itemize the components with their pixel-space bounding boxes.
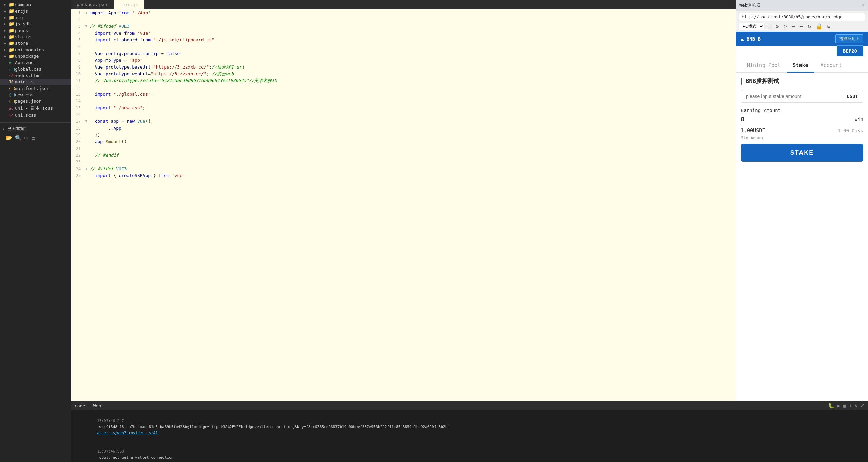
browser-top-banner: ▲ BNB B 拖拽至此上 — [736, 32, 868, 46]
sidebar-item-global-css[interactable]: { } global.css — [0, 66, 71, 72]
tab-label: package.json — [77, 2, 109, 7]
folder-icon: 📁 — [9, 8, 15, 14]
sidebar-item-uni_modules[interactable]: ▶ 📁 uni_modules — [0, 46, 71, 53]
sidebar-item-js_sdk[interactable]: ▶ 📁 js_sdk — [0, 21, 71, 27]
sidebar-item-app-vue[interactable]: ◈ App.vue — [0, 59, 71, 66]
sidebar-bottom-icon-1[interactable]: 📂 — [5, 135, 12, 141]
sidebar-item-label: img — [15, 15, 23, 20]
code-editor-panel: package.json main.js 1 ⊟ import App from… — [71, 0, 736, 401]
sidebar-item-common[interactable]: ▶ 📁 common — [0, 1, 71, 8]
sidebar-item-img[interactable]: ▶ 📁 img — [0, 14, 71, 21]
nav-account[interactable]: Account — [814, 59, 848, 72]
nav-mining-pool[interactable]: Mining Pool — [741, 59, 787, 72]
nav-stake[interactable]: Stake — [787, 59, 814, 72]
closed-projects-header[interactable]: ▶ 已关闭项目 — [0, 125, 71, 133]
more-icon[interactable]: ⊞ — [826, 22, 832, 30]
code-line-11: 11 // Vue.prototype.kefuId="6c21c5ac19d9… — [71, 77, 736, 84]
chevron-right-icon: ▶ — [4, 48, 9, 52]
expand-icon[interactable]: ⤢ — [860, 403, 865, 409]
log-link-1[interactable]: at ercjs/web3provider.js:41 — [97, 431, 158, 435]
sidebar-item-label: main.js — [15, 79, 34, 84]
console-title: code - Web — [75, 403, 101, 408]
earning-label: Earning Amount — [741, 108, 863, 113]
scss-file-icon-2: Sc — [9, 113, 15, 117]
file-explorer: ▶ 📁 common ▶ 📁 ercjs ▶ 📁 img ▶ 📁 js_sdk … — [0, 0, 71, 462]
refresh-icon[interactable]: ↻ — [806, 22, 812, 30]
code-line-4: 4 import Vue from 'vue' — [71, 30, 736, 37]
play-icon[interactable]: ▶ — [837, 403, 840, 409]
log-line-2: 15:07:46.988 Could not get a wallet conn… — [75, 442, 865, 462]
sidebar-item-new-css[interactable]: { } new.css — [0, 92, 71, 98]
sidebar-item-label: manifest.json — [15, 86, 50, 91]
min-amount-row: 1.00USDT 1.00 Days — [741, 128, 863, 134]
browser-panel: Web浏览器 ✕ http://localhost:8080/h5/pages/… — [736, 0, 868, 401]
sidebar-item-label: ercjs — [15, 8, 28, 14]
sidebar-item-label: common — [15, 2, 31, 7]
url-text: http://localhost:8080/h5/pages/bsc/pledg… — [742, 15, 862, 19]
chevron-right-icon: ▶ — [4, 9, 9, 13]
log-area: 15:07:46.247 wc:9f3d8c18-aa7b-4bac-81d3-… — [71, 410, 868, 462]
tab-package-json[interactable]: package.json — [71, 0, 114, 9]
folder-icon: 📁 — [9, 54, 15, 59]
back-icon[interactable]: ← — [790, 22, 796, 30]
sidebar-item-main-js[interactable]: JS main.js — [0, 79, 71, 85]
code-line-1: 1 ⊟ import App from './App' — [71, 9, 736, 16]
drag-button[interactable]: 拖拽至此上 — [835, 34, 863, 43]
folder-icon: 📁 — [9, 41, 15, 46]
sidebar-item-label: new.css — [15, 92, 34, 97]
sidebar-item-index-html[interactable]: </> index.html — [0, 72, 71, 79]
code-line-13: 13 import "./global.css"; — [71, 91, 736, 98]
sidebar-item-manifest-json[interactable]: { } manifest.json — [0, 85, 71, 92]
code-line-3: 3 ⊟ // #ifndef VUE3 — [71, 23, 736, 30]
code-content[interactable]: 1 ⊟ import App from './App' 2 3 ⊟ / — [71, 9, 736, 401]
editor-tabs: package.json main.js — [71, 0, 736, 9]
sidebar-item-label: uni_modules — [15, 47, 44, 52]
stake-body: BNB质押测试 USDT Earning Amount 0 Win 1 — [736, 73, 868, 167]
address-bar[interactable]: http://localhost:8080/h5/pages/bsc/pledg… — [739, 13, 865, 21]
sidebar-item-uni-scss2[interactable]: Sc uni.scss — [0, 112, 71, 118]
sidebar-bottom-icon-2[interactable]: 🔍 — [15, 135, 22, 141]
browser-titlebar: Web浏览器 ✕ — [736, 0, 868, 11]
lock-icon[interactable]: 🔒 — [814, 22, 824, 30]
bep20-badge[interactable]: BEP20 — [837, 45, 863, 56]
sidebar-item-unpackage[interactable]: ▶ 📁 unpackage — [0, 53, 71, 59]
run-icon[interactable]: ▷ — [782, 22, 788, 30]
closed-section-label: 已关闭项目 — [7, 126, 27, 131]
close-icon[interactable]: ✕ — [861, 2, 865, 8]
sidebar-item-ercjs[interactable]: ▶ 📁 ercjs — [0, 8, 71, 14]
sidebar-item-uni-scss[interactable]: Sc uni - 副本.scss — [0, 104, 71, 112]
sidebar-bottom-icon-3[interactable]: ⚙ — [24, 135, 28, 141]
code-line-2: 2 — [71, 16, 736, 23]
forward-icon[interactable]: → — [798, 22, 805, 30]
sidebar-item-static[interactable]: ▶ 📁 static — [0, 34, 71, 40]
code-line-6: 6 — [71, 43, 736, 50]
console-icons: 🐛 ▶ ■ ⬆ ∧ ⤢ — [828, 403, 865, 409]
sidebar-item-pages[interactable]: ▶ 📁 pages — [0, 27, 71, 34]
earn-row: 0 Win — [741, 116, 863, 123]
stake-amount-input[interactable] — [746, 94, 847, 99]
code-line-20: 20 app.$mount() — [71, 138, 736, 145]
settings-icon[interactable]: ⚙ — [774, 22, 780, 30]
collapse-up-icon[interactable]: ∧ — [854, 403, 857, 409]
console-toolbar: code - Web 🐛 ▶ ■ ⬆ ∧ ⤢ — [71, 401, 868, 410]
folder-icon: 📁 — [9, 21, 15, 26]
code-line-25: 25 import { createSSRApp } from 'vue' — [71, 172, 736, 179]
stake-button[interactable]: STAKE — [741, 144, 863, 162]
bug-icon[interactable]: 🐛 — [828, 403, 834, 409]
code-line-22: 22 // #endif — [71, 152, 736, 159]
sidebar-item-store[interactable]: ▶ 📁 store — [0, 40, 71, 46]
code-line-23: 23 — [71, 159, 736, 166]
min-amount-value: 1.00USDT — [741, 128, 765, 134]
stake-input-row: USDT — [741, 90, 863, 103]
export-icon[interactable]: ⬆ — [849, 403, 852, 409]
sidebar-item-label: pages — [15, 28, 28, 33]
js-file-icon: JS — [9, 80, 15, 84]
screenshot-icon[interactable]: ⬚ — [766, 22, 772, 30]
sidebar-item-pages-json[interactable]: { } pages.json — [0, 98, 71, 104]
stop-icon[interactable]: ■ — [843, 403, 846, 409]
html-file-icon: </> — [9, 73, 15, 78]
sidebar-bottom-icon-4[interactable]: 🖥 — [31, 135, 36, 141]
tab-main-js[interactable]: main.js — [114, 0, 144, 9]
sidebar-item-label: uni.scss — [15, 113, 36, 118]
mode-selector[interactable]: PC模式 — [739, 23, 764, 30]
